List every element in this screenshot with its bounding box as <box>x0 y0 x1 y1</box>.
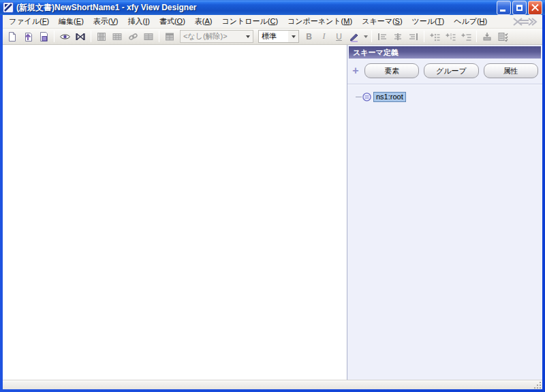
component-mode-button[interactable] <box>73 30 88 44</box>
window-title: (新規文書)NewShortName1 - xfy View Designer <box>16 2 497 14</box>
preview-button[interactable] <box>57 30 72 44</box>
open-button[interactable] <box>20 30 35 44</box>
component-combo[interactable]: <なし(解除)> <box>180 30 253 43</box>
add-numbered-list-icon <box>445 31 456 42</box>
italic-button[interactable]: I <box>317 30 331 44</box>
element-tree-icon <box>362 93 371 101</box>
link-button[interactable] <box>125 30 140 44</box>
insert-component-button[interactable] <box>94 30 109 44</box>
preview-eye-icon <box>59 31 71 42</box>
status-bar <box>3 380 542 389</box>
dropdown-arrow-icon[interactable] <box>243 31 253 42</box>
menu-schema[interactable]: スキーマ(S) <box>357 15 407 28</box>
checklist-icon <box>497 31 509 42</box>
align-center-icon <box>392 31 403 42</box>
menu-edit[interactable]: 編集(E) <box>54 15 89 28</box>
insert-block-button[interactable] <box>480 30 495 44</box>
schema-panel-toolbar: + 要素 グループ 属性 <box>347 59 542 84</box>
align-left-icon <box>377 31 388 42</box>
toolbar-separator <box>424 31 424 42</box>
main-content: スキーマ定義 + 要素 グループ 属性 <box>3 45 542 380</box>
validate-button[interactable] <box>495 30 510 44</box>
highlight-pen-button[interactable] <box>347 30 362 44</box>
merge-cells-icon <box>143 31 154 42</box>
menu-help[interactable]: ヘルプ(H) <box>449 15 492 28</box>
align-right-button[interactable] <box>406 30 421 44</box>
tree-item-label: ns1:root <box>373 92 406 102</box>
xfy-logo-icon <box>512 17 538 27</box>
paste-icon <box>38 31 49 42</box>
merge-cells-button[interactable] <box>141 30 156 44</box>
toolbar-separator <box>371 31 372 42</box>
menu-component[interactable]: コンポーネント(M) <box>283 15 357 28</box>
component-x-icon <box>75 31 86 42</box>
maximize-icon <box>516 5 523 11</box>
schema-tree: ns1:root <box>347 84 542 380</box>
add-bullet-list-button[interactable] <box>427 30 442 44</box>
toolbar: <なし(解除)> 標準 B I U <box>3 29 542 45</box>
toolbar-separator <box>54 31 54 42</box>
toolbar-separator <box>159 31 159 42</box>
schema-panel-header: スキーマ定義 <box>349 46 541 59</box>
insert-bar-icon <box>482 31 493 42</box>
resize-grip[interactable] <box>533 381 542 389</box>
add-numbered-list-button[interactable] <box>443 30 458 44</box>
menu-view[interactable]: 表示(V) <box>89 15 123 28</box>
menu-bar: ファイル(F) 編集(E) 表示(V) 挿入(I) 書式(O) 表(A) コント… <box>3 15 542 29</box>
dropdown-arrow-icon[interactable] <box>288 31 298 42</box>
menu-insert[interactable]: 挿入(I) <box>123 15 154 28</box>
schema-panel: スキーマ定義 + 要素 グループ 属性 <box>347 45 542 380</box>
tree-branch-icon <box>356 97 362 97</box>
highlight-pen-icon <box>349 31 360 42</box>
app-window: (新規文書)NewShortName1 - xfy View Designer … <box>0 0 545 392</box>
menu-control[interactable]: コントロール(C) <box>217 15 283 28</box>
add-bullet-list-icon <box>429 31 441 42</box>
title-bar[interactable]: (新規文書)NewShortName1 - xfy View Designer <box>0 0 545 15</box>
align-center-button[interactable] <box>390 30 405 44</box>
bold-button[interactable]: B <box>302 30 316 44</box>
align-left-button[interactable] <box>375 30 390 44</box>
add-icon[interactable]: + <box>352 67 360 75</box>
style-combo-value: 標準 <box>259 31 288 42</box>
pen-dropdown-arrow-icon[interactable] <box>362 35 369 38</box>
style-combo[interactable]: 標準 <box>258 30 299 43</box>
tree-item-root[interactable]: ns1:root <box>356 91 542 102</box>
close-button[interactable] <box>528 1 542 15</box>
link-icon <box>127 31 139 42</box>
add-list-icon <box>461 31 472 42</box>
minimize-button[interactable] <box>497 1 511 15</box>
maximize-button[interactable] <box>512 1 527 15</box>
menu-format[interactable]: 書式(O) <box>155 15 190 28</box>
insert-component-icon <box>96 31 107 42</box>
menu-file[interactable]: ファイル(F) <box>4 15 54 28</box>
app-icon <box>3 2 14 13</box>
table-button[interactable] <box>110 30 125 44</box>
element-button[interactable]: 要素 <box>364 63 419 78</box>
close-icon <box>529 1 542 14</box>
add-definition-list-button[interactable] <box>458 30 473 44</box>
open-icon <box>22 31 33 42</box>
new-document-icon <box>7 31 18 42</box>
toolbar-separator <box>91 31 91 42</box>
document-canvas[interactable] <box>3 45 347 380</box>
underline-button[interactable]: U <box>332 30 346 44</box>
align-right-icon <box>408 31 419 42</box>
component-combo-value: <なし(解除)> <box>181 31 243 42</box>
table-icon <box>112 31 123 42</box>
minimize-icon <box>500 10 505 12</box>
menu-table[interactable]: 表(A) <box>190 15 217 28</box>
menu-tools[interactable]: ツール(T) <box>407 15 450 28</box>
attribute-button[interactable]: 属性 <box>484 63 538 78</box>
table-dark-icon <box>164 31 175 42</box>
paste-button[interactable] <box>36 30 51 44</box>
table-properties-button[interactable] <box>162 30 177 44</box>
toolbar-separator <box>476 31 477 42</box>
group-button[interactable]: グループ <box>424 63 478 78</box>
new-document-button[interactable] <box>5 30 20 44</box>
